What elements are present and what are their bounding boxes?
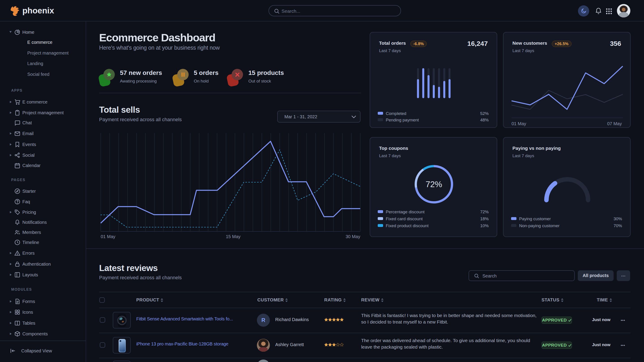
svg-text:15 May: 15 May	[226, 234, 240, 239]
svg-text:72%: 72%	[426, 180, 442, 189]
svg-text:30 May: 30 May	[346, 234, 360, 239]
svg-text:01 May: 01 May	[101, 234, 116, 239]
